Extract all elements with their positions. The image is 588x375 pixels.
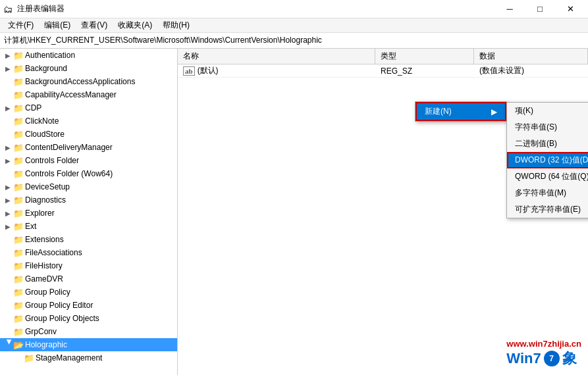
tree-item-contentdeliverymanager[interactable]: ▶ 📁 ContentDeliveryManager — [0, 141, 177, 154]
menu-view[interactable]: 查看(V) — [76, 18, 113, 32]
tree-arrow[interactable]: ▶ — [3, 182, 13, 192]
tree-label: Group Policy — [25, 288, 70, 297]
tree-arrow[interactable]: ▶ — [3, 63, 13, 74]
tree-item-authentication[interactable]: ▶ 📁 Authentication — [0, 49, 177, 62]
tree-label: ContentDeliveryManager — [25, 143, 113, 152]
tree-arrow[interactable]: ▶ — [3, 195, 13, 205]
registry-row-default[interactable]: ab (默认) REG_SZ (数值未设置) — [178, 64, 588, 78]
tree-label: CloudStore — [25, 130, 65, 139]
menu-item-k[interactable]: 项(K) — [507, 103, 588, 119]
menu-item-qword-value[interactable]: QWORD (64 位值(Q) — [507, 168, 588, 185]
tree-arrow-placeholder: ▶ — [3, 247, 13, 258]
tree-item-filehistory[interactable]: ▶ 📁 FileHistory — [0, 259, 177, 272]
tree-arrow-placeholder: ▶ — [3, 129, 13, 139]
col-header-data: 数据 — [474, 49, 588, 64]
folder-icon: 📁 — [13, 168, 24, 179]
tree-arrow[interactable]: ▶ — [3, 221, 13, 232]
tree-item-cdp[interactable]: ▶ 📁 CDP — [0, 101, 177, 114]
tree-arrow-placeholder: ▶ — [3, 89, 13, 100]
folder-icon: 📁 — [13, 234, 24, 245]
tree-arrow-placeholder: ▶ — [3, 313, 13, 324]
tree-arrow-placeholder: ▶ — [3, 300, 13, 311]
col-header-name: 名称 — [178, 49, 375, 64]
menu-file[interactable]: 文件(F) — [3, 18, 39, 32]
tree-item-clicknote[interactable]: ▶ 📁 ClickNote — [0, 114, 177, 128]
title-bar-left: 🗂 注册表编辑器 — [3, 3, 65, 14]
folder-icon: 📁 — [13, 195, 24, 205]
submenu-arrow: ▶ — [491, 107, 497, 116]
folder-icon: 📁 — [13, 208, 24, 218]
main-content: ▶ 📁 Authentication ▶ 📁 Background ▶ 📁 Ba… — [0, 49, 588, 375]
tree-arrow[interactable]: ▶ — [3, 103, 13, 113]
tree-label: CapabilityAccessManager — [25, 90, 117, 99]
tree-arrow-placeholder: ▶ — [3, 116, 13, 126]
folder-icon: 📁 — [13, 63, 24, 74]
tree-label: Diagnostics — [25, 195, 66, 205]
tree-item-capabilityaccessmanager[interactable]: ▶ 📁 CapabilityAccessManager — [0, 88, 177, 101]
tree-arrow-placeholder: ▶ — [3, 326, 13, 337]
tree-arrow-placeholder: ▶ — [3, 234, 13, 245]
reg-cell-name: ab (默认) — [178, 64, 375, 77]
tree-item-controlsfolder[interactable]: ▶ 📁 Controls Folder — [0, 154, 177, 167]
menu-favorites[interactable]: 收藏夹(A) — [113, 18, 157, 32]
tree-item-grouppolicyeditor[interactable]: ▶ 📁 Group Policy Editor — [0, 299, 177, 312]
tree-arrow[interactable]: ▶ — [3, 50, 13, 61]
tree-label: FileHistory — [25, 261, 63, 270]
tree-item-fileassociations[interactable]: ▶ 📁 FileAssociations — [0, 246, 177, 259]
folder-icon: 📁 — [13, 103, 24, 113]
tree-item-ext[interactable]: ▶ 📁 Ext — [0, 220, 177, 233]
menu-help[interactable]: 帮助(H) — [157, 18, 195, 32]
tree-label: Explorer — [25, 209, 55, 218]
tree-label: Controls Folder (Wow64) — [25, 169, 113, 178]
address-bar: 计算机\HKEY_CURRENT_USER\Software\Microsoft… — [0, 33, 588, 49]
submenu-container: 新建(N) ▶ 项(K) 字符串值(S) 二进制值(B) DWORD (32 位… — [415, 102, 506, 121]
tree-item-controlsfolderWow64[interactable]: ▶ 📁 Controls Folder (Wow64) — [0, 167, 177, 180]
tree-item-background[interactable]: ▶ 📁 Background — [0, 62, 177, 75]
tree-item-backgroundaccessapplications[interactable]: ▶ 📁 BackgroundAccessApplications — [0, 75, 177, 88]
tree-item-grpconv[interactable]: ▶ 📁 GrpConv — [0, 325, 177, 338]
folder-icon: 📁 — [13, 313, 24, 324]
minimize-button[interactable]: ─ — [494, 0, 525, 18]
tree-arrow[interactable]: ▶ — [3, 208, 13, 218]
folder-icon: 📁 — [13, 261, 24, 271]
menu-new-button[interactable]: 新建(N) ▶ — [415, 102, 506, 121]
watermark-brand: Win7 7 象 — [506, 349, 581, 368]
tree-label: StageManagement — [36, 353, 102, 362]
folder-icon: 📁 — [13, 50, 24, 61]
tree-item-stagemanagement[interactable]: ▶ 📁 StageManagement — [0, 351, 177, 364]
col-header-type: 类型 — [375, 49, 474, 64]
menu-item-multi-string[interactable]: 多字符串值(M) — [507, 185, 588, 201]
window-controls: ─ □ ✕ — [494, 0, 585, 18]
menu-item-dword-value[interactable]: DWORD (32 位)值(D) — [507, 152, 588, 168]
menu-edit[interactable]: 编辑(E) — [39, 18, 76, 32]
tree-item-explorer[interactable]: ▶ 📁 Explorer — [0, 207, 177, 220]
tree-item-cloudstore[interactable]: ▶ 📁 CloudStore — [0, 128, 177, 141]
tree-item-extensions[interactable]: ▶ 📁 Extensions — [0, 233, 177, 246]
close-button[interactable]: ✕ — [555, 0, 585, 18]
tree-label: Controls Folder — [25, 156, 79, 165]
tree-item-holographic[interactable]: ▶ 📂 Holographic — [0, 338, 177, 351]
new-label: 新建(N) — [425, 106, 452, 117]
tree-item-diagnostics[interactable]: ▶ 📁 Diagnostics — [0, 193, 177, 207]
reg-cell-type: REG_SZ — [375, 64, 474, 77]
context-submenu: 项(K) 字符串值(S) 二进制值(B) DWORD (32 位)值(D) QW… — [506, 102, 588, 218]
tree-label: BackgroundAccessApplications — [25, 77, 135, 86]
watermark-url: www.win7zhijia.cn — [506, 339, 581, 349]
tree-item-grouppolicy[interactable]: ▶ 📁 Group Policy — [0, 286, 177, 299]
menu-item-string-value[interactable]: 字符串值(S) — [507, 119, 588, 136]
tree-item-devicesetup[interactable]: ▶ 📁 DeviceSetup — [0, 180, 177, 193]
tree-arrow[interactable]: ▶ — [3, 155, 13, 166]
app-icon: 🗂 — [3, 4, 13, 14]
title-bar: 🗂 注册表编辑器 ─ □ ✕ — [0, 0, 588, 18]
address-path: 计算机\HKEY_CURRENT_USER\Software\Microsoft… — [4, 35, 322, 46]
menu-item-expandable-string[interactable]: 可扩充字符串值(E) — [507, 201, 588, 218]
maximize-button[interactable]: □ — [525, 0, 555, 18]
brand-text: Win7 — [506, 350, 541, 367]
tree-arrow[interactable]: ▶ — [3, 142, 13, 153]
tree-label: CDP — [25, 103, 41, 113]
tree-item-grouppolicyobjects[interactable]: ▶ 📁 Group Policy Objects — [0, 312, 177, 325]
tree-item-gamedvr[interactable]: ▶ 📁 GameDVR — [0, 272, 177, 286]
menu-item-binary-value[interactable]: 二进制值(B) — [507, 136, 588, 152]
brand-suffix: 象 — [562, 349, 577, 368]
tree-arrow-expanded[interactable]: ▶ — [3, 339, 13, 350]
